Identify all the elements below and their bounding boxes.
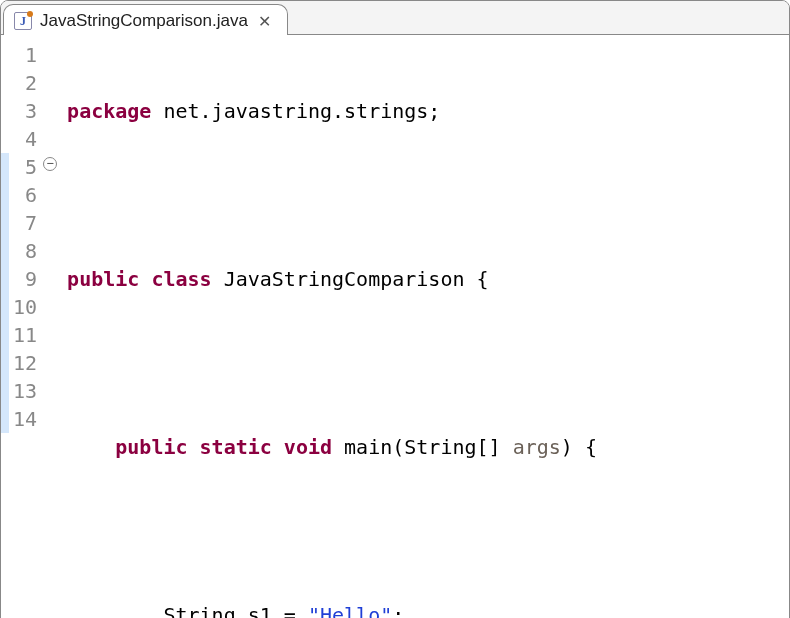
line-number: 10 [13, 293, 37, 321]
line-number: 8 [13, 237, 37, 265]
fold-toggle-icon[interactable]: − [43, 157, 57, 171]
editor-tab[interactable]: JavaStringComparison.java ✕ [3, 4, 288, 35]
change-highlight-strip [1, 41, 9, 618]
line-number: 1 [13, 41, 37, 69]
java-file-icon [14, 12, 32, 30]
code-line: public class JavaStringComparison { [67, 265, 621, 293]
line-number: 2 [13, 69, 37, 97]
code-line: public static void main(String[] args) { [67, 433, 621, 461]
line-number: 9 [13, 265, 37, 293]
editor-tab-label: JavaStringComparison.java [40, 11, 248, 31]
line-number: 6 [13, 181, 37, 209]
code-line [67, 517, 621, 545]
fold-column: − [45, 41, 61, 618]
gutter: 1 2 3 4 5 6 7 8 9 10 11 12 13 14 − [1, 41, 61, 618]
code-area[interactable]: package net.javastring.strings; public c… [61, 41, 621, 618]
line-numbers: 1 2 3 4 5 6 7 8 9 10 11 12 13 14 [9, 41, 45, 618]
line-number: 5 [13, 153, 37, 181]
code-line: String s1 = "Hello"; [67, 601, 621, 618]
line-number: 11 [13, 321, 37, 349]
line-number: 7 [13, 209, 37, 237]
code-line [67, 349, 621, 377]
code-line [67, 181, 621, 209]
line-number: 4 [13, 125, 37, 153]
editor-pane: JavaStringComparison.java ✕ 1 2 3 4 5 6 … [0, 0, 790, 618]
line-number: 13 [13, 377, 37, 405]
close-icon[interactable]: ✕ [256, 12, 273, 31]
editor-tabbar: JavaStringComparison.java ✕ [1, 1, 789, 35]
editor-body[interactable]: 1 2 3 4 5 6 7 8 9 10 11 12 13 14 − packa… [1, 35, 789, 618]
line-number: 3 [13, 97, 37, 125]
code-line: package net.javastring.strings; [67, 97, 621, 125]
line-number: 14 [13, 405, 37, 433]
line-number: 12 [13, 349, 37, 377]
